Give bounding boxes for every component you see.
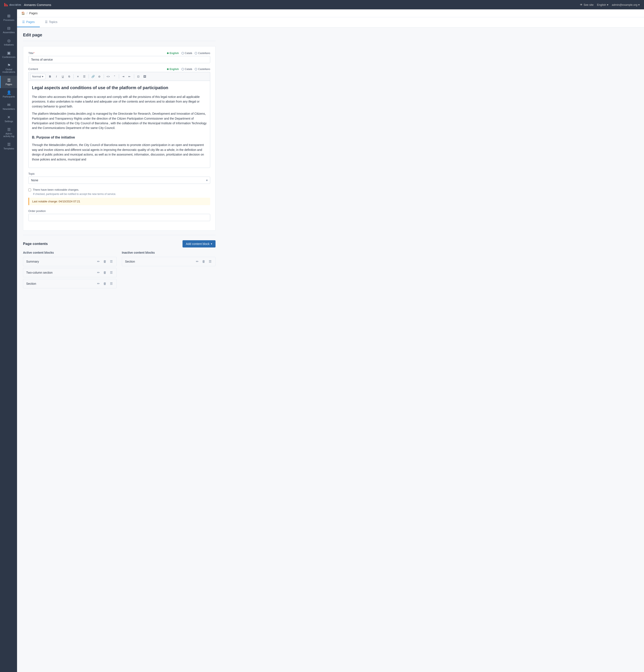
sidebar-item-label: Global moderations	[2, 68, 15, 73]
toolbar-bold-button[interactable]: B	[47, 73, 53, 80]
sidebar-item-label: Participants	[3, 95, 15, 98]
toolbar-sep-1	[73, 74, 74, 79]
page-title: Edit page	[23, 33, 215, 41]
admin-activity-log-icon: ☰	[7, 128, 11, 132]
sidebar-item-label: Assemblies	[3, 31, 15, 34]
block-two-column-delete-button[interactable]: 🗑	[103, 270, 107, 275]
editor-content[interactable]: Legal aspects and conditions of use of t…	[28, 81, 210, 168]
block-two-column-reorder-button[interactable]: ☰	[109, 270, 114, 275]
block-section-inactive-label: Section	[125, 260, 135, 263]
sidebar-item-processes[interactable]: ⊞ Processes	[0, 12, 17, 24]
editor-para-2: The platform Metadecidim (meta.decidim.o…	[32, 111, 207, 130]
active-col-title: Active content blocks	[23, 251, 117, 254]
block-summary-actions: ✏ 🗑 ☰	[96, 259, 114, 264]
block-section-inactive-actions: ✏ 🗑 ☰	[195, 259, 212, 264]
block-section-active-actions: ✏ 🗑 ☰	[96, 281, 114, 286]
lang-radio	[195, 52, 197, 55]
block-section-active: Section ✏ 🗑 ☰	[23, 279, 117, 288]
language-selector[interactable]: English ▾	[597, 3, 608, 7]
toolbar-indent-button[interactable]: ⇥	[120, 73, 126, 80]
pages-icon: ☰	[7, 78, 11, 82]
block-summary-reorder-button[interactable]: ☰	[109, 259, 114, 264]
newsletters-icon: ✉	[7, 103, 10, 107]
content-field-label: Content English Català	[28, 68, 210, 71]
block-section-inactive-delete-button[interactable]: 🗑	[201, 259, 206, 264]
sidebar-item-templates[interactable]: ☰ Templates	[0, 140, 17, 152]
sidebar-item-initiatives[interactable]: ◎ Initiatives	[0, 36, 17, 49]
toolbar-blockquote-button[interactable]: "	[112, 73, 118, 80]
block-section-active-reorder-button[interactable]: ☰	[109, 281, 114, 286]
sidebar-item-settings[interactable]: ✕ Settings	[0, 113, 17, 125]
page-contents-header: Page contents Add content block ▾	[23, 235, 215, 248]
block-section-inactive-reorder-button[interactable]: ☰	[208, 259, 212, 264]
content-lang-english[interactable]: English	[167, 68, 179, 71]
sidebar-item-participants[interactable]: 👤 Participants	[0, 88, 17, 100]
content-lang-catala[interactable]: Català	[182, 68, 192, 71]
toolbar-italic-button[interactable]: I	[54, 73, 59, 80]
lang-radio	[195, 68, 197, 70]
inactive-content-blocks-col: Inactive content blocks Section ✏ 🗑 ☰	[122, 251, 215, 290]
block-section-inactive-edit-button[interactable]: ✏	[195, 259, 200, 264]
page-body: Edit page Title* English	[17, 27, 222, 295]
content-lang-castellano[interactable]: Castellano	[195, 68, 210, 71]
tab-topics-label: Topics	[49, 20, 58, 24]
toolbar-strikethrough-button[interactable]: S	[66, 73, 72, 80]
sidebar-item-newsletters[interactable]: ✉ Newsletters	[0, 100, 17, 113]
templates-icon: ☰	[7, 143, 11, 146]
order-position-label: Order position	[28, 209, 210, 213]
toolbar-unlink-button[interactable]: ⊘	[96, 73, 103, 80]
toolbar-format-dropdown[interactable]: Normal ▾	[30, 74, 45, 79]
toolbar-ordered-list-button[interactable]: ≡	[75, 73, 81, 80]
toolbar-link-button[interactable]: 🔗	[90, 73, 96, 80]
conferences-icon: ▣	[7, 51, 11, 55]
block-summary-delete-button[interactable]: 🗑	[103, 259, 107, 264]
title-field-row: Title* English Català	[28, 51, 210, 63]
title-input[interactable]	[28, 56, 210, 63]
noticeable-changes-checkbox[interactable]	[28, 189, 31, 191]
order-position-input[interactable]	[28, 214, 210, 221]
editor-para-1: The citizen who accesses this platform a…	[32, 95, 207, 109]
changes-field-row: There have been noticeable changes. If c…	[28, 188, 210, 205]
sidebar-item-pages[interactable]: ☰ Pages	[0, 76, 17, 88]
sidebar-item-global-moderations[interactable]: ⚑ Global moderations	[0, 61, 17, 76]
logo-bar-1	[4, 3, 5, 7]
user-menu[interactable]: admin@example.org ▾	[612, 3, 640, 7]
toolbar-unordered-list-button[interactable]: ☰	[81, 73, 87, 80]
block-two-column-edit-button[interactable]: ✏	[96, 270, 101, 275]
sidebar-item-label: Pages	[5, 83, 12, 85]
site-name: Annares Commons	[24, 3, 51, 7]
toolbar-outdent-button[interactable]: ⇤	[127, 73, 133, 80]
sidebar-item-assemblies[interactable]: ⊟ Assemblies	[0, 24, 17, 36]
block-section-active-delete-button[interactable]: 🗑	[103, 281, 107, 286]
sidebar-item-label: Newsletters	[3, 108, 15, 110]
block-summary-edit-button[interactable]: ✏	[96, 259, 101, 264]
title-lang-english[interactable]: English	[167, 52, 179, 55]
topbar: decidim Annares Commons 👁 See site Engli…	[0, 0, 644, 9]
tab-pages[interactable]: ☰ Pages	[17, 17, 40, 27]
active-content-blocks-col: Active content blocks Summary ✏ 🗑 ☰ Two-…	[23, 251, 117, 290]
toolbar-image-button[interactable]: 🖼	[142, 73, 148, 80]
title-lang-catala[interactable]: Català	[182, 52, 192, 55]
settings-icon: ✕	[7, 115, 10, 119]
inactive-col-title: Inactive content blocks	[122, 251, 215, 254]
home-icon[interactable]: 🏠	[21, 12, 25, 15]
block-section-active-edit-button[interactable]: ✏	[96, 281, 101, 286]
toolbar-embed-button[interactable]: ⊡	[136, 73, 141, 80]
content-area: 🏠 / Pages ☰ Pages ☰ Topics Edit page	[17, 9, 644, 672]
title-lang-castellano[interactable]: Castellano	[195, 52, 210, 55]
see-site-link[interactable]: 👁 See site	[580, 3, 594, 7]
chevron-down-icon: ▾	[607, 3, 608, 7]
block-two-column-section-label: Two-column section	[26, 271, 52, 274]
block-section-active-label: Section	[26, 282, 36, 285]
checkbox-sub: If checked, participants will be notifie…	[33, 193, 210, 195]
sidebar-item-conferences[interactable]: ▣ Conferences	[0, 49, 17, 61]
toolbar-code-button[interactable]: <>	[105, 73, 111, 80]
logo-icon	[4, 3, 8, 7]
topic-select[interactable]: None Governance Participation Policy	[28, 177, 210, 184]
sidebar-item-admin-activity-log[interactable]: ☰ Admin activity log	[0, 125, 17, 140]
add-content-block-button[interactable]: Add content block ▾	[183, 240, 215, 248]
logo: decidim	[4, 3, 21, 7]
tab-topics[interactable]: ☰ Topics	[40, 17, 62, 27]
toolbar-sep-4	[119, 74, 119, 79]
toolbar-underline-button[interactable]: U	[60, 73, 66, 80]
